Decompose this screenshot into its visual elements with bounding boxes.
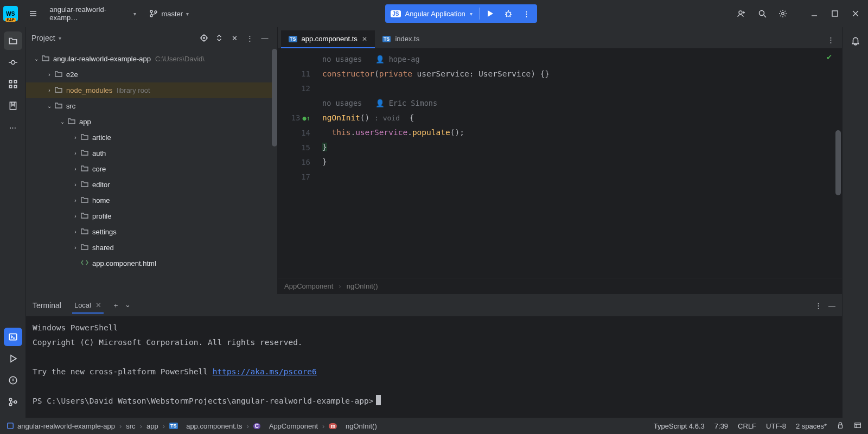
tree-row[interactable]: ›core [26,161,277,177]
close-tab-icon[interactable]: ✕ [362,35,367,43]
panel-options-icon[interactable]: ⋮ [242,31,257,45]
vcs-tool-button[interactable] [4,393,22,411]
more-run-options-icon[interactable]: ⋮ [518,5,536,22]
titlebar: WS angular-realworld-examp… ▾ master ▾ J… [0,0,868,27]
tree-node-label: node_modules [66,86,112,94]
editor-tab[interactable]: TS index.ts [375,30,427,48]
expand-all-icon[interactable] [212,31,226,45]
tree-row[interactable]: ⌄app [26,114,277,130]
author-hint[interactable]: hope-ag [389,55,420,63]
close-terminal-tab-icon[interactable]: ✕ [95,301,101,309]
ts-file-icon: TS [382,36,391,42]
tree-row[interactable]: ›settings [26,224,277,240]
tree-row[interactable]: ⌄src [26,98,277,114]
method-icon: m [329,423,337,429]
inspection-ok-icon[interactable]: ✔ [826,53,832,61]
commit-tool-button[interactable] [4,53,22,72]
locate-file-icon[interactable] [197,31,211,45]
nav-crumb[interactable]: app [146,422,158,430]
hide-terminal-icon[interactable]: — [828,302,835,310]
chevron-down-icon[interactable]: ▾ [59,35,61,41]
hide-panel-icon[interactable]: — [258,31,272,45]
settings-gear-icon[interactable] [774,4,792,23]
editor-scrollbar[interactable] [835,130,841,195]
run-button[interactable] [481,5,499,22]
minimize-window-icon[interactable] [805,4,824,23]
status-indent[interactable]: 2 spaces* [796,422,827,430]
tree-row[interactable]: ›node_moduleslibrary root [26,82,277,98]
problems-tool-button[interactable] [4,371,22,390]
tree-row[interactable]: ›e2e [26,67,277,82]
status-encoding[interactable]: UTF-8 [766,422,786,430]
tree-node-label: article [92,133,111,142]
svg-rect-23 [855,423,861,427]
svg-point-6 [782,12,784,15]
usages-hint[interactable]: no usages [322,99,362,107]
folder-icon [54,101,63,111]
folder-icon [67,117,76,127]
tree-root[interactable]: ⌄ angular-realworld-example-app C:\Users… [26,51,277,67]
svg-point-1 [150,15,152,17]
nav-crumb[interactable]: src [126,422,135,430]
status-tool-windows-icon[interactable] [854,422,861,431]
editor-body[interactable]: ✔ 11 12 13●↑ 14 15 16 17 no usages 👤 hop [278,49,842,278]
status-readonly-icon[interactable] [837,422,844,431]
structure-tool-button[interactable] [4,75,22,93]
breadcrumb-item[interactable]: AppComponent [284,282,333,290]
project-selector[interactable]: angular-realworld-examp… ▾ [44,3,142,24]
folder-icon [80,180,89,190]
override-icon[interactable]: ●↑ [303,114,310,122]
tree-node-label: core [92,165,106,173]
project-tool-button[interactable] [4,31,22,50]
run-configuration[interactable]: JS Angular Application ▾ ⋮ [385,4,537,23]
terminal-tab[interactable]: Local ✕ [72,298,104,314]
run-tool-button[interactable] [4,349,22,368]
hamburger-menu-icon[interactable] [24,4,42,23]
terminal-body[interactable]: Windows PowerShell Copyright (C) Microso… [26,316,842,418]
svg-point-20 [203,37,205,39]
twisty-open-icon: ⌄ [31,56,41,62]
status-line-ending[interactable]: CRLF [738,422,756,430]
bookmarks-tool-button[interactable] [4,97,22,115]
nav-crumb[interactable]: TS app.component.ts [169,422,242,430]
close-panel-icon[interactable]: ✕ [227,31,241,45]
tree-row[interactable]: ›article [26,130,277,145]
usages-hint[interactable]: no usages [322,55,362,63]
tree-row[interactable]: ›auth [26,145,277,161]
svg-rect-13 [10,102,16,110]
tree-scrollbar[interactable] [272,49,277,146]
branch-selector[interactable]: master ▾ [144,7,194,20]
code-with-me-icon[interactable] [732,4,751,23]
tree-row[interactable]: ›home [26,193,277,208]
nav-crumb[interactable]: angular-realworld-example-app [7,422,115,430]
terminal-link[interactable]: https://aka.ms/pscore6 [213,367,317,376]
terminal-tool-button[interactable] [4,328,22,346]
nav-crumb[interactable]: C AppComponent [253,422,318,430]
code-area[interactable]: no usages 👤 hope-ag constructor(private … [318,49,842,278]
debug-button[interactable] [499,5,518,22]
search-icon[interactable] [753,4,771,23]
tree-row[interactable]: ›editor [26,177,277,193]
more-tools-icon[interactable]: ⋯ [4,118,22,137]
author-hint[interactable]: Eric Simons [389,99,437,107]
folder-icon [80,242,89,253]
maximize-window-icon[interactable] [826,4,844,23]
status-caret-pos[interactable]: 7:39 [714,422,728,430]
tree-row[interactable]: ›shared [26,240,277,256]
breadcrumb-item[interactable]: ngOnInit() [347,282,378,290]
tab-options-icon[interactable]: ⋮ [820,31,842,48]
nav-crumb[interactable]: m ngOnInit() [329,422,376,430]
terminal-dropdown-icon[interactable]: ⌄ [125,301,131,310]
close-window-icon[interactable] [846,4,865,23]
tree-row[interactable]: ›profile [26,208,277,224]
tree-row[interactable]: app.component.html [26,256,277,271]
js-badge-icon: JS [391,10,400,17]
line-gutter: 11 12 13●↑ 14 15 16 17 [278,49,318,278]
new-terminal-icon[interactable]: ＋ [112,301,119,310]
branch-icon [149,9,158,18]
folder-icon [80,148,89,158]
notifications-icon[interactable] [846,31,865,50]
terminal-options-icon[interactable]: ⋮ [815,302,822,310]
editor-tab-active[interactable]: TS app.component.ts ✕ [281,30,375,48]
status-typescript[interactable]: TypeScript 4.6.3 [654,422,705,430]
